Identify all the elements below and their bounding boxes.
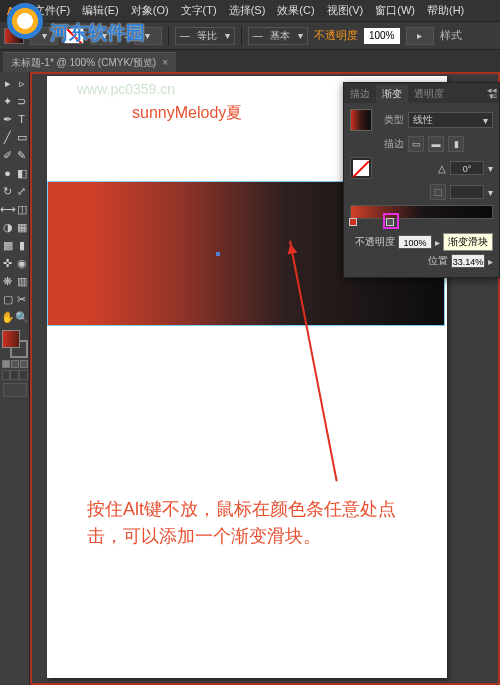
fill-stroke-control[interactable]	[2, 330, 28, 358]
type-tool[interactable]: T	[15, 110, 29, 128]
menu-select[interactable]: 选择(S)	[225, 1, 270, 20]
profile-dropdown[interactable]: —等比▾	[175, 27, 235, 45]
document-tab-strip: 未标题-1* @ 100% (CMYK/预览) ×	[0, 50, 500, 72]
gradient-panel: ◂◂ 描边 渐变 透明度 ▾≡ 类型 线性▾ 描边 ▭ ▬ ▮	[343, 82, 500, 278]
symbol-sprayer-tool[interactable]: ❋	[1, 272, 15, 290]
opacity-field[interactable]: 100%	[364, 28, 400, 44]
annotation-highlight-box	[383, 213, 399, 229]
instruction-text: 按住Alt键不放，鼠标在颜色条任意处点击，可以添加一个渐变滑块。	[87, 496, 427, 550]
width-tool[interactable]: ⟷	[1, 200, 15, 218]
free-transform-tool[interactable]: ◫	[15, 200, 29, 218]
watermark-url: www.pc0359.cn	[77, 81, 175, 97]
line-tool[interactable]: ╱	[1, 128, 15, 146]
brush-dropdown[interactable]: —基本▾	[248, 27, 308, 45]
aspect-input[interactable]	[450, 185, 484, 199]
center-point-icon	[216, 252, 220, 256]
hand-tool[interactable]: ✋	[1, 308, 15, 326]
panel-tab-stroke[interactable]: 描边	[344, 85, 376, 103]
panel-location-input[interactable]: 33.14%	[451, 254, 485, 268]
selection-tool[interactable]: ▸	[1, 74, 15, 92]
aspect-icon[interactable]: ⬚	[430, 184, 446, 200]
draw-mode-row[interactable]	[2, 370, 28, 380]
color-mode-row[interactable]	[2, 360, 28, 368]
slice-tool[interactable]: ✂	[15, 290, 29, 308]
rotate-tool[interactable]: ↻	[1, 182, 15, 200]
graph-tool[interactable]: ▥	[15, 272, 29, 290]
menu-window[interactable]: 窗口(W)	[371, 1, 419, 20]
panel-tab-gradient[interactable]: 渐变	[376, 85, 408, 103]
close-tab-icon[interactable]: ×	[162, 57, 168, 68]
document-tab-title: 未标题-1* @ 100% (CMYK/预览)	[11, 56, 156, 70]
menu-help[interactable]: 帮助(H)	[423, 1, 468, 20]
type-select[interactable]: 线性▾	[408, 112, 493, 128]
panel-opacity-dropdown-icon[interactable]: ▸	[435, 237, 440, 248]
canvas-area[interactable]: www.pc0359.cn sunnyMelody夏 按住Alt键不放，鼠标在颜…	[30, 72, 500, 685]
panel-opacity-label: 不透明度	[355, 235, 395, 249]
menu-type[interactable]: 文字(T)	[177, 1, 221, 20]
scale-tool[interactable]: ⤢	[15, 182, 29, 200]
perspective-tool[interactable]: ▦	[15, 218, 29, 236]
panel-opacity-input[interactable]: 100%	[398, 235, 432, 249]
opacity-label: 不透明度	[314, 28, 358, 43]
screen-mode-button[interactable]	[3, 383, 27, 397]
mesh-tool[interactable]: ▩	[1, 236, 15, 254]
opacity-dropdown[interactable]: ▸	[406, 27, 434, 45]
paintbrush-tool[interactable]: ✐	[1, 146, 15, 164]
stroke-mode-2-icon[interactable]: ▬	[428, 136, 444, 152]
watermark-author: sunnyMelody夏	[132, 103, 242, 124]
rectangle-tool[interactable]: ▭	[15, 128, 29, 146]
document-tab[interactable]: 未标题-1* @ 100% (CMYK/预览) ×	[3, 52, 176, 72]
gradient-preview-thumb[interactable]	[350, 109, 372, 131]
panel-location-dropdown-icon[interactable]: ▸	[488, 256, 493, 267]
panel-tab-transparency[interactable]: 透明度	[408, 85, 450, 103]
stroke-none-swatch[interactable]	[350, 157, 372, 179]
menu-effect[interactable]: 效果(C)	[273, 1, 318, 20]
gradient-stop-1[interactable]	[349, 218, 357, 226]
shape-builder-tool[interactable]: ◑	[1, 218, 15, 236]
lasso-tool[interactable]: ⊃	[15, 92, 29, 110]
style-label: 样式	[440, 28, 462, 43]
artboard-tool[interactable]: ▢	[1, 290, 15, 308]
site-logo-overlay: 河东软件园	[7, 3, 145, 46]
pen-tool[interactable]: ✒	[1, 110, 15, 128]
zoom-tool[interactable]: 🔍	[15, 308, 29, 326]
eraser-tool[interactable]: ◧	[15, 164, 29, 182]
tools-panel: ▸▹ ✦⊃ ✒T ╱▭ ✐✎ ●◧ ↻⤢ ⟷◫ ◑▦ ▩▮ ✜◉ ❋▥ ▢✂ ✋…	[0, 72, 30, 685]
eyedropper-tool[interactable]: ✜	[1, 254, 15, 272]
menu-view[interactable]: 视图(V)	[323, 1, 368, 20]
gradient-tool[interactable]: ▮	[15, 236, 29, 254]
angle-icon: △	[438, 163, 446, 174]
panel-stroke-label: 描边	[376, 137, 404, 151]
panel-collapse-icon[interactable]: ◂◂	[487, 85, 497, 95]
pencil-tool[interactable]: ✎	[15, 146, 29, 164]
direct-selection-tool[interactable]: ▹	[15, 74, 29, 92]
aspect-dropdown-icon[interactable]: ▾	[488, 187, 493, 198]
type-label: 类型	[376, 113, 404, 127]
stroke-mode-3-icon[interactable]: ▮	[448, 136, 464, 152]
blob-brush-tool[interactable]: ●	[1, 164, 15, 182]
stroke-mode-1-icon[interactable]: ▭	[408, 136, 424, 152]
gradient-ramp[interactable]	[350, 205, 493, 219]
blend-tool[interactable]: ◉	[15, 254, 29, 272]
panel-location-label: 位置	[428, 254, 448, 268]
angle-dropdown-icon[interactable]: ▾	[488, 163, 493, 174]
panel-tab-strip: 描边 渐变 透明度 ▾≡	[344, 83, 499, 103]
slider-tooltip: 渐变滑块	[443, 233, 493, 251]
angle-input[interactable]: 0°	[450, 161, 484, 175]
magic-wand-tool[interactable]: ✦	[1, 92, 15, 110]
